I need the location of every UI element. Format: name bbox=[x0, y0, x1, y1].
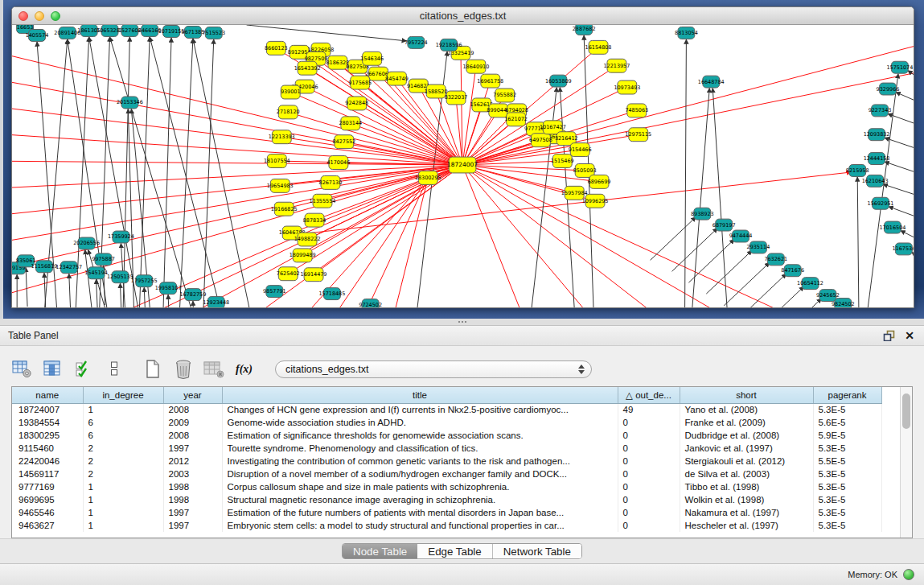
new-table-icon[interactable] bbox=[142, 359, 163, 380]
table-cell[interactable]: 5.3E-5 bbox=[813, 468, 881, 480]
graph-node[interactable]: 9857791 bbox=[263, 286, 286, 298]
graph-node[interactable]: 20153346 bbox=[117, 97, 143, 109]
graph-node[interactable]: 1405574 bbox=[26, 29, 49, 41]
graph-node[interactable]: 10996295 bbox=[582, 194, 609, 208]
table-cell[interactable]: 6 bbox=[83, 429, 163, 442]
graph-node[interactable]: 12213957 bbox=[603, 59, 630, 72]
graph-node[interactable]: 18099489 bbox=[290, 249, 316, 262]
graph-node[interactable]: 1545194 bbox=[84, 267, 108, 279]
table-cell[interactable]: 6 bbox=[83, 416, 163, 429]
table-cell[interactable]: 1 bbox=[83, 403, 163, 416]
delete-attribute-icon[interactable] bbox=[172, 359, 194, 380]
function-builder-icon[interactable]: f(x) bbox=[233, 359, 255, 380]
table-settings-icon[interactable] bbox=[11, 359, 33, 380]
graph-node[interactable]: 14988222 bbox=[294, 233, 321, 246]
column-header[interactable]: in_degree bbox=[83, 387, 163, 403]
graph-node[interactable]: 1515469 bbox=[551, 154, 574, 168]
graph-node[interactable]: 15718485 bbox=[318, 288, 345, 300]
graph-node[interactable]: 7957224 bbox=[405, 36, 428, 48]
graph-node[interactable]: 8454749 bbox=[385, 72, 409, 85]
table-cell[interactable]: 22420046 bbox=[12, 455, 83, 468]
graph-node[interactable]: 9671385 bbox=[182, 26, 205, 38]
graph-node[interactable]: 19654983 bbox=[267, 179, 294, 192]
table-cell[interactable]: 0 bbox=[618, 493, 680, 506]
table-cell[interactable]: Tourette syndrome. Phenomenology and cla… bbox=[222, 442, 618, 455]
table-row[interactable]: 1938455462009Genome-wide association stu… bbox=[12, 416, 881, 429]
table-cell[interactable]: 5.3E-5 bbox=[813, 403, 881, 416]
float-panel-icon[interactable] bbox=[883, 330, 895, 341]
table-cell[interactable]: Embryonic stem cells: a model to study s… bbox=[222, 519, 618, 532]
table-cell[interactable]: 9115460 bbox=[12, 442, 83, 455]
table-cell[interactable]: 0 bbox=[618, 480, 680, 493]
table-cell[interactable]: 9699695 bbox=[12, 493, 83, 506]
graph-node[interactable]: 16648784 bbox=[698, 76, 725, 88]
graph-node[interactable]: 11355554 bbox=[310, 194, 336, 208]
table-cell[interactable]: 1 bbox=[83, 480, 163, 493]
table-cell[interactable]: 2003 bbox=[163, 468, 222, 480]
table-cell[interactable]: 0 bbox=[618, 506, 680, 519]
graph-node[interactable]: 16961758 bbox=[477, 74, 503, 88]
graph-node[interactable]: 12505135 bbox=[107, 271, 133, 283]
table-row[interactable]: 911546021997Tourette syndrome. Phenomeno… bbox=[12, 442, 881, 455]
table-cell[interactable]: 2 bbox=[83, 468, 163, 480]
graph-node[interactable]: 2718120 bbox=[277, 105, 300, 119]
column-header[interactable]: name bbox=[12, 387, 83, 403]
graph-node[interactable]: 8427552 bbox=[332, 135, 355, 149]
table-cell[interactable]: Yano et al. (2008) bbox=[680, 403, 813, 416]
graph-node[interactable]: 2887682 bbox=[573, 25, 596, 35]
graph-node[interactable]: 12444158 bbox=[864, 153, 890, 165]
table-row[interactable]: 969969511998Structural magnetic resonanc… bbox=[12, 493, 881, 506]
graph-hub-node[interactable]: 18724007 bbox=[447, 157, 478, 173]
graph-node[interactable]: 18640910 bbox=[462, 60, 489, 73]
graph-node[interactable]: 1546346 bbox=[360, 51, 384, 65]
row-height-icon[interactable] bbox=[103, 359, 125, 380]
graph-node[interactable]: 16210643 bbox=[862, 175, 889, 187]
table-row[interactable]: 2242004622012Investigating the contribut… bbox=[12, 455, 881, 468]
table-cell[interactable]: 1998 bbox=[163, 493, 222, 506]
tab-node-table[interactable]: Node Table bbox=[343, 544, 417, 558]
close-panel-icon[interactable]: ✕ bbox=[905, 330, 914, 341]
table-cell[interactable]: Tibbo et al. (1998) bbox=[680, 480, 813, 493]
table-cell[interactable]: 5.3E-5 bbox=[813, 506, 881, 519]
table-cell[interactable]: 18724007 bbox=[12, 403, 83, 416]
table-cell[interactable]: 5.9E-5 bbox=[813, 429, 881, 442]
show-columns-icon[interactable] bbox=[42, 359, 64, 380]
column-header[interactable]: title bbox=[222, 387, 618, 403]
graph-node[interactable]: 19958107 bbox=[155, 282, 182, 295]
graph-node[interactable]: 939001 bbox=[281, 85, 301, 99]
graph-node[interactable]: 12923448 bbox=[203, 297, 229, 307]
table-cell[interactable]: Wolkin et al. (1998) bbox=[680, 493, 813, 506]
graph-node[interactable]: 7625402 bbox=[277, 267, 300, 281]
delete-table-icon[interactable] bbox=[203, 359, 224, 380]
scrollbar-thumb[interactable] bbox=[902, 393, 910, 429]
table-cell[interactable]: 5.3E-5 bbox=[813, 480, 881, 493]
table-row[interactable]: 946362711997Embryonic stem cells: a mode… bbox=[12, 519, 881, 532]
graph-node[interactable]: 7632621 bbox=[764, 253, 787, 266]
graph-node[interactable]: 7515523 bbox=[202, 27, 225, 39]
table-cell[interactable]: 1 bbox=[83, 519, 163, 532]
table-cell[interactable]: 0 bbox=[618, 416, 680, 429]
network-window-titlebar[interactable]: citations_edges.txt bbox=[12, 7, 914, 25]
graph-node[interactable]: 12213393 bbox=[269, 130, 295, 144]
table-cell[interactable]: 5.3E-5 bbox=[813, 493, 881, 506]
graph-node[interactable]: 16154808 bbox=[585, 40, 612, 54]
graph-node[interactable]: 8215958 bbox=[846, 165, 869, 177]
graph-node[interactable]: 8660123 bbox=[265, 41, 288, 55]
graph-node[interactable]: 8878334 bbox=[303, 213, 326, 227]
table-cell[interactable]: 1997 bbox=[163, 519, 222, 532]
graph-node[interactable]: 16543392 bbox=[294, 61, 321, 75]
table-cell[interactable]: 5.5E-5 bbox=[813, 455, 881, 468]
graph-node[interactable]: 8813054 bbox=[675, 27, 698, 39]
table-cell[interactable]: 5.3E-5 bbox=[813, 519, 881, 532]
table-cell[interactable]: Investigating the contribution of common… bbox=[222, 455, 618, 468]
table-cell[interactable]: 1997 bbox=[163, 442, 222, 455]
table-cell[interactable]: 1 bbox=[83, 506, 163, 519]
graph-node[interactable]: 8938923 bbox=[691, 208, 714, 220]
table-cell[interactable]: 1 bbox=[83, 493, 163, 506]
network-canvas[interactable]: 8660123891295418226058982750916543392818… bbox=[12, 25, 914, 307]
tab-edge-table[interactable]: Edge Table bbox=[417, 544, 491, 558]
table-row[interactable]: 1830029562008Estimation of significance … bbox=[12, 429, 881, 442]
column-header[interactable]: △ out_de... bbox=[618, 387, 680, 403]
table-cell[interactable]: Estimation of significance thresholds fo… bbox=[222, 429, 618, 442]
table-cell[interactable]: 5.3E-5 bbox=[813, 442, 881, 455]
